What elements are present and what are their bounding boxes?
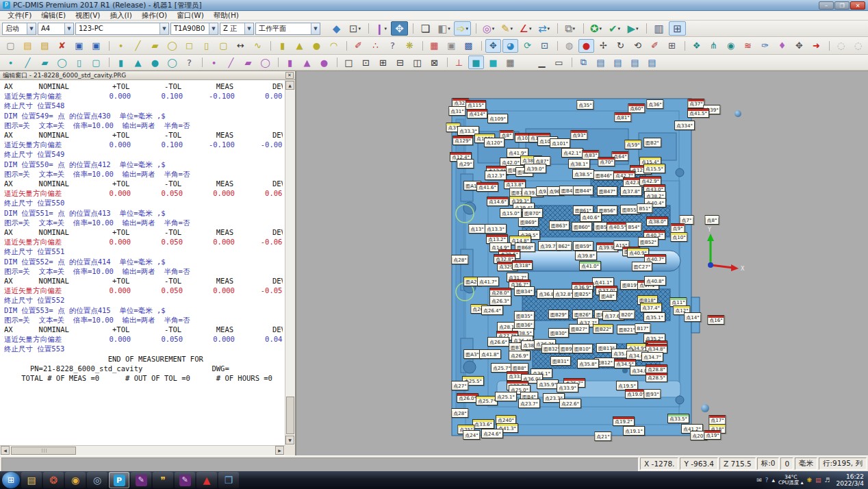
minimize-win-icon[interactable]: ▁	[534, 55, 550, 69]
cad-label[interactable]: 点31°	[448, 106, 465, 116]
cad-label[interactable]: 点35.9°	[537, 379, 559, 389]
cad-label[interactable]: 图B2°	[643, 138, 661, 147]
taskbar-clock[interactable]: 16:22 2022/3/4	[834, 473, 864, 488]
meas-line-icon[interactable]: ╱	[130, 39, 146, 53]
coreldraw2-taskbar-icon[interactable]: ✎	[175, 472, 195, 488]
cad-label[interactable]: 图B69°	[518, 217, 539, 227]
cad-label[interactable]: 点93°	[570, 130, 587, 140]
copy-pages-icon[interactable]: ⧉ ▾	[561, 21, 578, 36]
meas-square-slot-icon[interactable]: ▢	[216, 39, 231, 53]
chevron-down-icon[interactable]: ▾	[492, 26, 495, 32]
verify-icon[interactable]: ✔ ▾	[606, 21, 623, 36]
cad-label[interactable]: 点35°	[576, 100, 593, 110]
start-button[interactable]: ⊞	[2, 472, 20, 488]
viewer-taskbar-icon[interactable]: ❐	[218, 472, 239, 488]
report-view3-icon[interactable]: ▤	[627, 55, 643, 69]
cad-label[interactable]: 点120°	[484, 138, 505, 147]
auto-slot-icon[interactable]: ▢	[88, 55, 104, 69]
save-layout2-icon[interactable]: ▣	[444, 39, 459, 53]
scroll-left-icon[interactable]: ◀	[1, 446, 10, 455]
cad-label[interactable]: 点40.6°	[580, 212, 602, 222]
expand-tray-icon[interactable]: ▴	[772, 477, 776, 484]
auto-guess-icon[interactable]: ?	[181, 55, 197, 69]
comment-icon[interactable]: ❏	[417, 21, 434, 36]
cad-label[interactable]: 点129°	[452, 136, 473, 145]
snapshot-icon[interactable]: ◉	[723, 39, 739, 53]
cad-label[interactable]: 点59°	[624, 140, 641, 149]
con-plane-icon[interactable]: ▰	[240, 55, 256, 69]
close-button[interactable]: ✕	[850, 1, 865, 10]
view-top-icon[interactable]: ⊞	[375, 55, 391, 69]
cad-label[interactable]: 点15.0°	[500, 208, 522, 218]
shaded-view-icon[interactable]: ■	[468, 55, 484, 69]
cad-label[interactable]: 点101°	[550, 138, 570, 148]
meas-plane-icon[interactable]: ▰	[147, 39, 163, 53]
volume-tray-icon[interactable]: ♬	[825, 477, 830, 484]
execute-icon[interactable]: ✪ ▾	[587, 21, 604, 36]
layer-colors-icon[interactable]: ≋	[740, 39, 756, 53]
scroll-up-icon[interactable]: ▲	[285, 81, 294, 90]
cad-label[interactable]: 图B70°	[522, 208, 543, 218]
cad-label[interactable]: B51°	[637, 203, 652, 213]
feature-tree-icon[interactable]: ⋔	[706, 39, 722, 53]
save-as-icon[interactable]: ▣	[88, 39, 104, 53]
cad-label[interactable]: 图B44°	[573, 186, 593, 195]
mesh-sphere-icon[interactable]: ❋	[402, 39, 418, 53]
scan-points-icon[interactable]: ∴	[368, 39, 383, 53]
con-cone-icon[interactable]: ▲	[299, 55, 315, 69]
chevron-down-icon[interactable]: ▼	[311, 23, 320, 34]
auto-cylinder2d-icon[interactable]: ▯	[71, 55, 87, 69]
disabled-tool-icon[interactable]: ◌	[833, 39, 849, 53]
cad-label[interactable]: 点83°	[582, 150, 599, 160]
horizontal-scroll-thumb[interactable]	[11, 447, 76, 455]
report-save-icon[interactable]: ⧉	[576, 55, 591, 69]
view-back-icon[interactable]: ◫	[409, 55, 425, 69]
scroll-right-icon[interactable]: ▶	[275, 446, 284, 455]
edit-window-titlebar[interactable]: 编辑窗口 - 21-8228_6000_std_cavity.PRG ✕	[0, 71, 295, 80]
chevron-down-icon[interactable]: ▾	[618, 26, 621, 32]
meas-3dcurve-icon[interactable]: ◠	[326, 39, 342, 53]
explorer-taskbar-icon[interactable]: ▤	[21, 472, 42, 488]
con-cylinder-icon[interactable]: ▮	[282, 55, 298, 69]
cad-label[interactable]: B62°	[556, 241, 572, 251]
startup-combo[interactable]: 启动 ▼	[2, 23, 36, 35]
cad-label[interactable]: 点41.8°	[479, 349, 501, 359]
cad-label[interactable]: 点41.6°	[476, 182, 498, 192]
cad-label[interactable]: 点21°	[594, 431, 611, 441]
cad-label[interactable]: 点13.3°	[485, 224, 507, 234]
cad-label[interactable]: 点14.6°	[487, 197, 509, 206]
cad-label[interactable]: 点35.1°	[643, 312, 665, 322]
view-iso-icon[interactable]: □	[341, 55, 357, 69]
solid-part-icon[interactable]: ❖	[689, 39, 704, 53]
cad-label[interactable]: 点38.0°	[646, 216, 668, 226]
report-view1-icon[interactable]: ▤	[593, 55, 609, 69]
meas-curve-icon[interactable]: ∿	[250, 39, 266, 53]
pan-view-icon[interactable]: ✥	[485, 39, 501, 53]
cad-label[interactable]: 点33.6°	[472, 419, 494, 429]
acrobat-taskbar-icon[interactable]: ▲	[196, 472, 217, 488]
cad-label[interactable]: 图B63°	[549, 221, 570, 230]
meas-round-slot-icon[interactable]: ◻	[181, 39, 197, 53]
cad-label[interactable]: 图B35°	[514, 311, 535, 321]
minimize-button[interactable]: –	[819, 1, 834, 10]
chevron-down-icon[interactable]: ▾	[636, 26, 639, 32]
rotate-center-icon[interactable]: ✥	[791, 39, 807, 53]
cad-label[interactable]: 图B34°	[514, 286, 535, 296]
cad-label[interactable]: 点40.5°	[607, 222, 628, 231]
cad-label[interactable]: 点81°	[614, 112, 631, 122]
import-file-icon[interactable]: ▤	[37, 39, 53, 53]
cad-label[interactable]: 点26.9°	[509, 351, 531, 360]
chevron-down-icon[interactable]: ▾	[385, 26, 387, 32]
cad-label[interactable]: 图B59°	[573, 241, 593, 251]
con-line-icon[interactable]: ╱	[223, 55, 239, 69]
cad-label[interactable]: 点22.6°	[559, 399, 581, 408]
auto-ring-icon[interactable]: ◯	[164, 55, 180, 69]
cad-label[interactable]: 点39.0°	[524, 164, 546, 173]
cad-label[interactable]: 点13°	[468, 224, 485, 234]
cad-label[interactable]: 点334°	[674, 121, 695, 130]
cad-label[interactable]: 点40.8°	[644, 276, 666, 286]
cad-label[interactable]: 点38.1°	[568, 159, 590, 168]
cad-label[interactable]: 点414°	[467, 109, 487, 118]
cad-label[interactable]: 图93°	[643, 389, 661, 399]
cad-label[interactable]: 点17°	[709, 415, 726, 425]
